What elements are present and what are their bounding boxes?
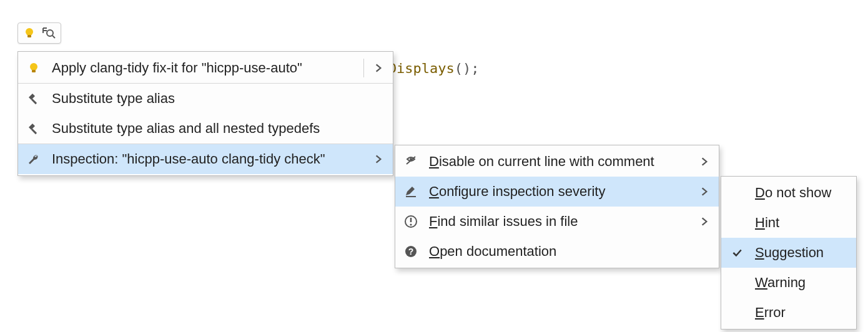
blank-icon	[727, 303, 746, 322]
menu-item-label: Open documentation	[429, 243, 710, 260]
menu-item-label: Inspection: "hicpp-use-auto clang-tidy c…	[52, 151, 364, 167]
menu-item-label: Find similar issues in file	[429, 213, 690, 230]
menu-item-label: Warning	[755, 275, 847, 291]
severity-submenu: Do not show Hint Suggestion Warning Erro…	[721, 176, 857, 330]
chevron-right-icon	[373, 154, 384, 165]
menu-item-label: Suggestion	[755, 245, 847, 261]
svg-text:?: ?	[408, 247, 414, 256]
disable-icon	[402, 152, 420, 171]
menu-item-label: Substitute type alias and all nested typ…	[52, 120, 384, 137]
svg-point-0	[26, 28, 33, 36]
hammer-icon	[24, 89, 43, 108]
menu-item-label: Substitute type alias	[52, 90, 384, 107]
menu-item-severity-warning[interactable]: Warning	[721, 268, 856, 298]
svg-point-2	[47, 30, 53, 36]
svg-rect-6	[31, 99, 37, 104]
blank-icon	[727, 213, 746, 232]
find-issues-icon	[402, 212, 420, 231]
separator	[363, 59, 364, 77]
menu-item-severity-suggestion[interactable]: Suggestion	[721, 238, 856, 268]
svg-rect-1	[27, 35, 31, 37]
menu-item-severity-error[interactable]: Error	[721, 298, 856, 328]
help-icon: ?	[402, 242, 420, 261]
svg-point-12	[410, 223, 412, 225]
menu-item-substitute-alias[interactable]: Substitute type alias	[18, 83, 393, 114]
chevron-right-icon	[699, 186, 710, 197]
menu-item-configure-severity[interactable]: Configure inspection severity	[395, 177, 719, 207]
edit-severity-icon	[402, 182, 420, 201]
hammer-icon	[24, 119, 43, 138]
lightbulb-icon	[24, 59, 43, 77]
chevron-right-icon	[373, 62, 384, 74]
blank-icon	[727, 183, 746, 202]
menu-item-open-documentation[interactable]: ? Open documentation	[395, 237, 719, 266]
menu-item-label: Configure inspection severity	[429, 183, 690, 200]
code-line	[0, 302, 636, 330]
menu-item-label: Apply clang-tidy fix-it for "hicpp-use-a…	[52, 60, 353, 76]
svg-rect-7	[31, 129, 37, 134]
inspection-submenu: Disable on current line with comment Con…	[395, 145, 719, 268]
menu-item-label: Disable on current line with comment	[429, 154, 690, 170]
menu-item-label: Hint	[755, 215, 847, 231]
menu-item-disable-line[interactable]: Disable on current line with comment	[395, 147, 719, 177]
lightbulb-icon	[22, 26, 37, 41]
menu-item-find-similar[interactable]: Find similar issues in file	[395, 207, 719, 237]
blank-icon	[727, 273, 746, 292]
svg-line-3	[52, 36, 55, 38]
menu-item-substitute-alias-nested[interactable]: Substitute type alias and all nested typ…	[18, 114, 393, 144]
menu-item-severity-do-not-show[interactable]: Do not show	[721, 178, 856, 208]
checkmark-icon	[727, 243, 746, 262]
fix-search-icon	[41, 26, 56, 41]
menu-item-label: Error	[755, 305, 847, 321]
intention-bulb-button[interactable]	[17, 22, 61, 44]
svg-point-4	[30, 63, 37, 71]
chevron-right-icon	[699, 216, 710, 227]
menu-item-apply-fixit[interactable]: Apply clang-tidy fix-it for "hicpp-use-a…	[18, 53, 393, 83]
menu-item-severity-hint[interactable]: Hint	[721, 208, 856, 238]
wrench-icon	[24, 150, 43, 168]
svg-rect-5	[32, 70, 36, 72]
menu-item-label: Do not show	[755, 185, 847, 201]
chevron-right-icon	[699, 156, 710, 167]
intention-menu: Apply clang-tidy fix-it for "hicpp-use-a…	[17, 51, 393, 176]
menu-item-inspection[interactable]: Inspection: "hicpp-use-auto clang-tidy c…	[18, 144, 393, 174]
